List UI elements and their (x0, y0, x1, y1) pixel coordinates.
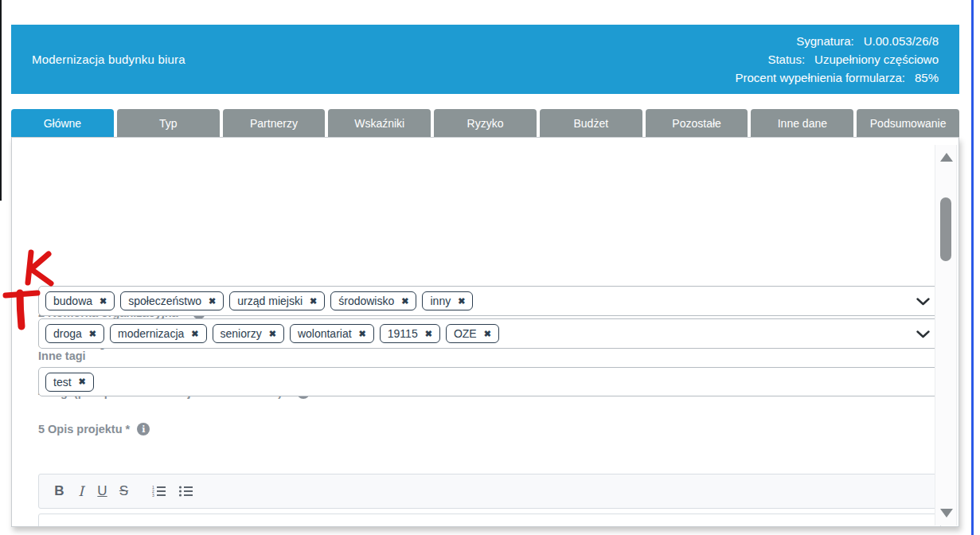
tag-chip: budowa ✖ (45, 291, 115, 310)
page-title: Modernizacja budynku biura (32, 53, 185, 66)
tag-label: modernizacja (118, 327, 184, 340)
tag-chip: seniorzy ✖ (213, 324, 284, 343)
unordered-list-icon[interactable] (174, 479, 198, 503)
tab-partnerzy[interactable]: Partnerzy (223, 109, 326, 137)
strikethrough-button[interactable]: S (113, 479, 135, 503)
tab-label: Pozostałe (672, 117, 720, 130)
header-meta-line: Status: Uzupełniony częściowo (736, 51, 939, 68)
tab-pozostale[interactable]: Pozostałe (646, 109, 748, 137)
scroll-down-icon[interactable] (940, 509, 953, 517)
tag-label: test (53, 376, 72, 389)
tag-remove-icon[interactable]: ✖ (484, 330, 491, 338)
bold-button[interactable]: B (49, 479, 70, 503)
window-left-edge (0, 0, 2, 201)
app-window: Modernizacja budynku biura Sygnatura: U.… (0, 0, 980, 535)
meta-value: Uzupełniony częściowo (814, 51, 939, 68)
underline-button[interactable]: U (92, 479, 113, 503)
header-meta-line: Sygnatura: U.00.053/26/8 (736, 33, 939, 50)
tag-chip: modernizacja ✖ (110, 324, 206, 343)
tab-label: Główne (44, 117, 81, 130)
tag-remove-icon[interactable]: ✖ (79, 377, 86, 386)
ordered-list-icon[interactable]: 1 2 3 (147, 479, 171, 503)
italic-button[interactable]: I (70, 479, 92, 503)
chevron-down-icon[interactable] (916, 298, 930, 306)
header-meta-line: Procent wypełnienia formularza: 85% (736, 69, 939, 87)
tag-chip: urząd miejski ✖ (229, 291, 325, 310)
window-right-edge (971, 0, 974, 535)
field-label-text: 5 Opis projektu * (38, 423, 130, 435)
tag-label: OZE (454, 327, 477, 340)
tag-chip: inny ✖ (422, 291, 473, 310)
tab-wskazniki[interactable]: Wskaźniki (328, 109, 431, 137)
rte-text-area[interactable] (38, 514, 941, 527)
form-panel: 2 Komórka organizacyjna * i Biuro Strate… (11, 137, 959, 527)
tag-label: droga (53, 327, 82, 340)
info-icon[interactable]: i (137, 423, 150, 435)
tag-remove-icon[interactable]: ✖ (359, 330, 366, 338)
tag-chip: test ✖ (45, 373, 94, 392)
tag-chip: wolontariat ✖ (290, 324, 374, 343)
field-label-inne-tagi: Inne tagi (38, 350, 86, 362)
tag-label: seniorzy (221, 327, 262, 340)
tab-glowne[interactable]: Główne (11, 109, 114, 137)
tag-remove-icon[interactable]: ✖ (401, 297, 408, 306)
meta-label: Status: (767, 51, 805, 68)
tag-label: społeczeństwo (128, 295, 201, 307)
tag-chip: środowisko ✖ (330, 291, 416, 310)
tag-remove-icon[interactable]: ✖ (425, 330, 432, 338)
tab-bar: Główne Typ Partnerzy Wskaźniki Ryzyko Bu… (11, 109, 959, 137)
tag-label: inny (430, 295, 451, 307)
tab-podsumowanie[interactable]: Podsumowanie (857, 109, 959, 137)
tab-typ[interactable]: Typ (117, 109, 220, 137)
tag-chip: 19115 ✖ (380, 324, 440, 343)
tags-select-2[interactable]: droga ✖ modernizacja ✖ seniorzy ✖ w (38, 318, 941, 349)
svg-text:3: 3 (152, 493, 154, 498)
tab-label: Ryzyko (467, 117, 504, 130)
meta-value: U.00.053/26/8 (864, 33, 939, 50)
rte-toolbar: B I U S 1 2 (38, 474, 941, 509)
tab-inne-dane[interactable]: Inne dane (751, 109, 853, 137)
tab-label: Typ (159, 117, 178, 130)
form-header: Modernizacja budynku biura Sygnatura: U.… (11, 25, 959, 94)
tag-remove-icon[interactable]: ✖ (458, 297, 465, 306)
tag-remove-icon[interactable]: ✖ (89, 330, 96, 338)
chevron-down-icon[interactable] (916, 330, 930, 338)
tag-label: budowa (53, 295, 92, 307)
tag-remove-icon[interactable]: ✖ (269, 330, 276, 338)
tag-chip: droga ✖ (45, 324, 104, 343)
tab-label: Podsumowanie (870, 117, 947, 130)
header-meta: Sygnatura: U.00.053/26/8 Status: Uzupełn… (736, 33, 939, 87)
scroll-up-icon[interactable] (940, 153, 953, 162)
meta-value: 85% (915, 69, 939, 87)
tab-label: Wskaźniki (354, 117, 404, 130)
tab-budzet[interactable]: Budżet (540, 109, 642, 137)
tab-label: Partnerzy (250, 117, 298, 130)
tags-input-other[interactable]: test ✖ (38, 367, 941, 396)
tab-label: Budżet (574, 117, 609, 130)
scrollbar[interactable] (935, 145, 957, 525)
tab-label: Inne dane (778, 117, 827, 130)
tag-remove-icon[interactable]: ✖ (100, 297, 107, 306)
meta-label: Sygnatura: (796, 33, 854, 50)
meta-label: Procent wypełnienia formularza: (736, 69, 905, 87)
tag-chip: OZE ✖ (446, 324, 499, 343)
tab-ryzyko[interactable]: Ryzyko (434, 109, 537, 137)
tag-chip: społeczeństwo ✖ (120, 291, 224, 310)
rich-text-editor: B I U S 1 2 (38, 474, 941, 527)
tag-label: środowisko (338, 295, 394, 307)
tag-remove-icon[interactable]: ✖ (310, 297, 317, 306)
field-label-text: Inne tagi (38, 350, 86, 362)
tag-label: urząd miejski (237, 295, 303, 307)
tag-remove-icon[interactable]: ✖ (209, 297, 216, 306)
tags-select-1[interactable]: budowa ✖ społeczeństwo ✖ urząd miejski ✖ (38, 286, 941, 316)
tag-remove-icon[interactable]: ✖ (191, 330, 198, 338)
tag-label: wolontariat (298, 327, 352, 340)
field-label-opis-projektu: 5 Opis projektu * i (38, 423, 150, 435)
scrollbar-thumb[interactable] (940, 197, 951, 261)
tag-label: 19115 (388, 327, 418, 340)
